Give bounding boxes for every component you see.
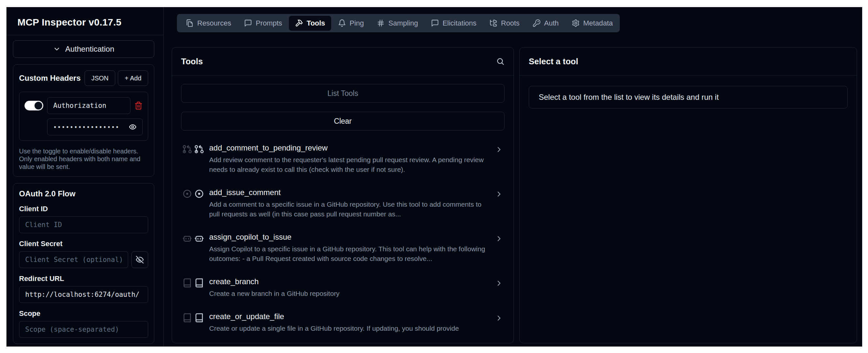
details-panel-title: Select a tool xyxy=(529,57,578,66)
book-icon xyxy=(194,313,204,323)
chevron-right-icon xyxy=(495,190,503,198)
scope-input[interactable] xyxy=(19,321,148,338)
chevron-right-icon xyxy=(495,279,503,288)
sidebar-header: MCP Inspector v0.17.5 xyxy=(6,7,163,35)
sidebar: MCP Inspector v0.17.5 Authentication Cus… xyxy=(6,7,164,347)
tab-resources[interactable]: Resources xyxy=(180,16,237,31)
delete-header-button[interactable] xyxy=(134,101,143,110)
tool-list-item[interactable]: add_comment_to_pending_review Add review… xyxy=(181,140,504,178)
tab-elicitations[interactable]: Elicitations xyxy=(425,16,483,31)
bot-icon-ghost xyxy=(182,234,192,243)
app-window: MCP Inspector v0.17.5 Authentication Cus… xyxy=(6,7,862,347)
tab-roots[interactable]: Roots xyxy=(483,16,526,31)
git-pull-request-icon xyxy=(194,144,204,154)
oauth-title: OAuth 2.0 Flow xyxy=(19,189,148,198)
add-header-button[interactable]: + Add xyxy=(118,70,148,86)
tab-tools[interactable]: Tools xyxy=(289,16,331,31)
tool-description: Add a comment to a specific issue in a G… xyxy=(209,200,488,219)
clear-button[interactable]: Clear xyxy=(181,112,504,130)
message-square-icon xyxy=(244,19,252,27)
files-icon xyxy=(186,19,194,27)
toggle-knob xyxy=(35,102,42,110)
tool-details-panel: Select a tool Select a tool from the lis… xyxy=(519,47,857,343)
book-icon xyxy=(194,278,204,288)
header-name-input[interactable] xyxy=(47,97,130,114)
tool-list: add_comment_to_pending_review Add review… xyxy=(181,140,504,336)
tool-name: create_or_update_file xyxy=(209,312,488,321)
scope-label: Scope xyxy=(19,310,148,318)
reveal-secret-button[interactable] xyxy=(131,251,148,268)
tool-name: create_branch xyxy=(209,277,488,286)
header-value-input[interactable]: •••••••••••••••• xyxy=(47,119,143,135)
custom-headers-card: Custom Headers JSON + Add •••••••••••••• xyxy=(13,64,154,177)
app-title: MCP Inspector v0.17.5 xyxy=(18,17,152,28)
book-icon-ghost xyxy=(182,278,192,288)
chevron-right-icon xyxy=(495,145,503,154)
redirect-url-input[interactable] xyxy=(19,286,148,303)
tab-auth[interactable]: Auth xyxy=(526,16,565,31)
masked-header-value: •••••••••••••••• xyxy=(53,124,119,130)
gear-icon xyxy=(572,19,580,27)
bot-icon xyxy=(194,234,204,243)
authentication-collapse-button[interactable]: Authentication xyxy=(13,40,154,58)
trash-icon xyxy=(134,101,143,110)
tool-description: Create or update a single file in a GitH… xyxy=(209,324,488,333)
tool-list-item[interactable]: create_branch Create a new branch in a G… xyxy=(181,274,504,302)
header-entry-card: •••••••••••••••• xyxy=(19,92,148,141)
message-square-icon xyxy=(431,19,439,27)
hash-icon xyxy=(377,19,385,27)
tool-description: Assign Copilot to a specific issue in a … xyxy=(209,244,488,264)
json-mode-button[interactable]: JSON xyxy=(85,70,115,86)
search-icon[interactable] xyxy=(496,57,504,65)
client-secret-input[interactable] xyxy=(19,251,128,268)
tab-bar: Resources Prompts Tools Ping Sampling El… xyxy=(177,14,620,32)
bell-icon xyxy=(338,19,346,27)
chevron-down-icon xyxy=(53,45,61,53)
authentication-collapse-label: Authentication xyxy=(65,45,114,54)
list-tools-button[interactable]: List Tools xyxy=(181,84,504,103)
headers-helper-text: Use the toggle to enable/disable headers… xyxy=(19,147,142,171)
hammer-icon xyxy=(295,19,303,27)
tab-sampling[interactable]: Sampling xyxy=(371,16,424,31)
empty-state-message: Select a tool from the list to view its … xyxy=(529,86,848,109)
tool-name: assign_copilot_to_issue xyxy=(209,233,488,242)
header-enabled-toggle[interactable] xyxy=(25,101,43,111)
client-id-label: Client ID xyxy=(19,205,148,213)
tools-panel: Tools List Tools Clear add_com xyxy=(172,47,514,343)
custom-headers-title: Custom Headers xyxy=(19,73,81,83)
circle-dot-icon xyxy=(194,189,204,199)
circle-dot-icon-ghost xyxy=(182,189,192,199)
key-icon xyxy=(533,19,541,27)
main-content: Resources Prompts Tools Ping Sampling El… xyxy=(164,7,862,347)
tool-name: add_comment_to_pending_review xyxy=(209,143,488,152)
tools-panel-title: Tools xyxy=(181,57,203,66)
tab-metadata[interactable]: Metadata xyxy=(565,16,619,31)
eye-icon[interactable] xyxy=(129,123,136,131)
tool-list-item[interactable]: add_issue_comment Add a comment to a spe… xyxy=(181,185,504,222)
redirect-url-label: Redirect URL xyxy=(19,274,148,283)
oauth-card: OAuth 2.0 Flow Client ID Client Secret R… xyxy=(13,183,154,344)
chevron-right-icon xyxy=(495,234,503,243)
tool-description: Add review comment to the requester's la… xyxy=(209,155,488,174)
tab-ping[interactable]: Ping xyxy=(332,16,370,31)
tool-list-item[interactable]: create_or_update_file Create or update a… xyxy=(181,309,504,336)
tool-description: Create a new branch in a GitHub reposito… xyxy=(209,289,488,298)
eye-off-icon xyxy=(135,256,144,264)
client-id-input[interactable] xyxy=(19,216,148,233)
tool-name: add_issue_comment xyxy=(209,188,488,197)
tab-prompts[interactable]: Prompts xyxy=(238,16,288,31)
client-secret-label: Client Secret xyxy=(19,240,148,248)
chevron-right-icon xyxy=(495,314,503,322)
git-pull-request-icon-ghost xyxy=(182,144,192,154)
tool-list-item[interactable]: assign_copilot_to_issue Assign Copilot t… xyxy=(181,229,504,267)
folder-tree-icon xyxy=(489,19,497,27)
book-icon-ghost xyxy=(182,313,192,323)
